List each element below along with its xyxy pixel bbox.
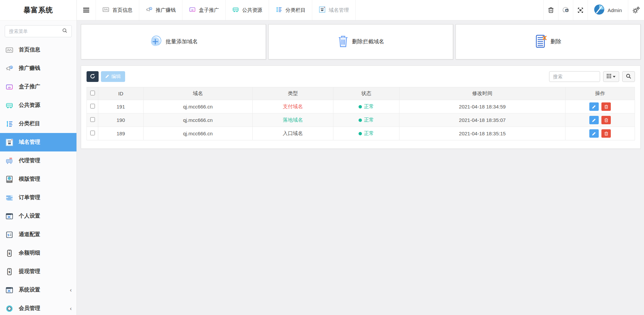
table-toolbar: 编辑 xyxy=(87,71,635,82)
cell-domain: qj.mcc666.cn xyxy=(144,127,253,140)
column-header-domain: 域名 xyxy=(144,87,253,100)
edit-button-label: 编辑 xyxy=(111,74,121,80)
columns-toggle-button[interactable] xyxy=(603,71,619,82)
row-checkbox[interactable] xyxy=(90,117,95,122)
avatar xyxy=(594,4,604,16)
box-icon xyxy=(5,83,14,91)
template-html-icon: HTML xyxy=(5,175,14,184)
sidebar-item-withdrawal-management[interactable]: $ 提现管理 xyxy=(0,262,76,281)
sidebar-item-home-info[interactable]: 首页信息 xyxy=(0,41,76,59)
sidebar-item-order-management[interactable]: 订单管理 xyxy=(0,188,76,207)
edit-button[interactable]: 编辑 xyxy=(101,71,125,82)
refresh-button[interactable] xyxy=(87,71,99,82)
batch-add-domain-card[interactable]: 批量添加域名 xyxy=(81,24,266,59)
search-icon xyxy=(626,74,631,80)
sidebar-item-label: 推广赚钱 xyxy=(19,65,40,72)
sidebar-item-system-settings[interactable]: 系统设置 ‹ xyxy=(0,281,76,299)
clear-cache-icon[interactable]: A xyxy=(558,0,573,20)
delete-blocked-domain-card[interactable]: 删除拦截域名 xyxy=(268,24,453,59)
sidebar-item-domain-management[interactable]: w 域名管理 xyxy=(0,133,76,151)
row-edit-button[interactable] xyxy=(589,102,599,111)
tab-domain-management[interactable]: w 域名管理 xyxy=(312,0,356,20)
cell-actions xyxy=(566,100,635,114)
row-delete-button[interactable] xyxy=(601,129,611,138)
hamburger-menu-icon[interactable] xyxy=(77,0,96,20)
megaphone-money-icon: $ xyxy=(146,6,153,14)
domains-table: ID 域名 类型 状态 修改时间 操作 191 qj.mcc666.cn 支付域… xyxy=(87,87,635,140)
status-dot xyxy=(359,105,362,108)
table-row: 189 qj.mcc666.cn 入口域名 正常 2021-04-18 18:3… xyxy=(87,127,635,140)
sidebar-item-label: 分类栏目 xyxy=(19,120,40,127)
cell-domain: qj.mcc666.cn xyxy=(144,114,253,127)
domain-w-icon: w xyxy=(319,6,326,14)
user-menu[interactable]: Admin xyxy=(588,0,628,20)
select-all-checkbox[interactable] xyxy=(90,91,95,95)
tab-box-promote[interactable]: 盒子推广 xyxy=(182,0,226,20)
agent-cart-icon xyxy=(5,156,14,165)
column-header-type: 类型 xyxy=(253,87,333,100)
tab-label: 盒子推广 xyxy=(199,7,219,13)
sidebar-item-agent-management[interactable]: 代理管理 xyxy=(0,151,76,170)
row-edit-button[interactable] xyxy=(589,129,599,138)
table-search-button[interactable] xyxy=(622,71,635,82)
svg-text:$: $ xyxy=(10,66,12,69)
svg-text:$: $ xyxy=(8,252,10,255)
topbar-right: A Admin xyxy=(543,0,644,20)
column-header-actions: 操作 xyxy=(566,87,635,100)
row-checkbox[interactable] xyxy=(90,131,95,135)
svg-text:w: w xyxy=(321,8,323,12)
row-delete-button[interactable] xyxy=(601,116,611,124)
svg-text:HTML: HTML xyxy=(7,181,11,182)
sidebar-item-promote-earn[interactable]: $ 推广赚钱 xyxy=(0,59,76,78)
member-ring-icon xyxy=(5,304,14,313)
home-info-icon xyxy=(5,46,14,54)
megaphone-money-icon: $ xyxy=(5,64,14,73)
orders-icon xyxy=(5,193,14,202)
sidebar-item-box-promote[interactable]: 盒子推广 xyxy=(0,78,76,96)
row-delete-button[interactable] xyxy=(601,102,611,111)
delete-card[interactable]: 删除 xyxy=(455,24,641,59)
table-search-input[interactable] xyxy=(549,71,600,82)
chevron-down-icon xyxy=(613,76,615,78)
sidebar-item-personal-settings[interactable]: 个人设置 xyxy=(0,207,76,225)
topbar: 首页信息 $ 推广赚钱 盒子推广 公共资源 分类栏目 w 域名管理 A xyxy=(77,0,644,20)
grid-columns-icon xyxy=(607,74,611,79)
cell-type: 入口域名 xyxy=(253,127,333,140)
phone-dollar-icon: $ xyxy=(5,267,14,276)
sidebar-item-member-management[interactable]: 会员管理 ‹ xyxy=(0,299,76,315)
cell-id: 191 xyxy=(98,100,144,114)
sidebar-item-channel-config[interactable]: $ 通道配置 xyxy=(0,225,76,244)
row-edit-button[interactable] xyxy=(589,116,599,124)
table-row: 190 qj.mcc666.cn 落地域名 正常 2021-04-18 18:3… xyxy=(87,114,635,127)
sidebar-search-input[interactable] xyxy=(9,29,62,34)
tab-home-info[interactable]: 首页信息 xyxy=(96,0,139,20)
cell-status: 正常 xyxy=(333,114,399,127)
gears-icon[interactable] xyxy=(628,0,644,20)
bus-icon xyxy=(232,6,239,14)
sidebar-item-label: 订单管理 xyxy=(19,194,40,201)
sort-list-icon xyxy=(275,6,282,14)
tab-promote-earn[interactable]: $ 推广赚钱 xyxy=(139,0,182,20)
row-checkbox[interactable] xyxy=(90,104,95,108)
status-dot xyxy=(359,132,362,135)
sidebar-item-label: 公共资源 xyxy=(19,102,40,109)
sidebar-item-label: 系统设置 xyxy=(19,286,40,294)
sidebar-item-template-management[interactable]: HTML 模版管理 xyxy=(0,170,76,188)
sidebar-search[interactable] xyxy=(5,25,72,37)
sidebar-item-balance-details[interactable]: $ 余额明细 xyxy=(0,244,76,262)
home-info-icon xyxy=(102,6,109,14)
main-content: 批量添加域名 删除拦截域名 删除 编 xyxy=(77,20,644,315)
card-label: 批量添加域名 xyxy=(166,38,198,45)
tab-public-resources[interactable]: 公共资源 xyxy=(226,0,269,20)
sidebar-item-categories[interactable]: 分类栏目 xyxy=(0,115,76,133)
sidebar-item-label: 首页信息 xyxy=(19,46,40,53)
sidebar-item-label: 模版管理 xyxy=(19,176,40,183)
sidebar-item-public-resources[interactable]: 公共资源 xyxy=(0,96,76,115)
fullscreen-icon[interactable] xyxy=(573,0,588,20)
sidebar-item-label: 会员管理 xyxy=(19,305,40,312)
trash-icon[interactable] xyxy=(543,0,558,20)
sidebar: 暴富系统 首页信息 $ 推广赚钱 盒子推广 xyxy=(0,0,77,315)
tab-categories[interactable]: 分类栏目 xyxy=(269,0,312,20)
card-label: 删除拦截域名 xyxy=(352,38,384,45)
trash-blue-icon xyxy=(337,35,349,49)
